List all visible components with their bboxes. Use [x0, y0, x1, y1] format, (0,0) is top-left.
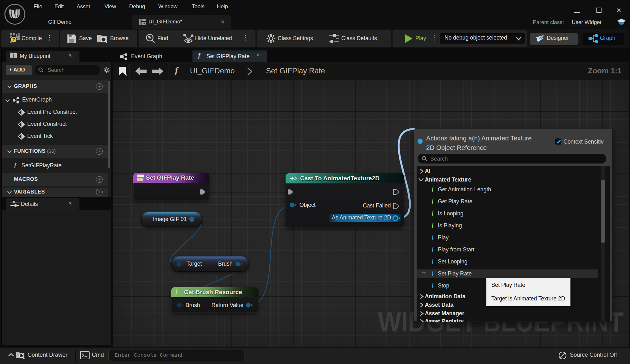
svg-text:?: ? [12, 37, 15, 42]
